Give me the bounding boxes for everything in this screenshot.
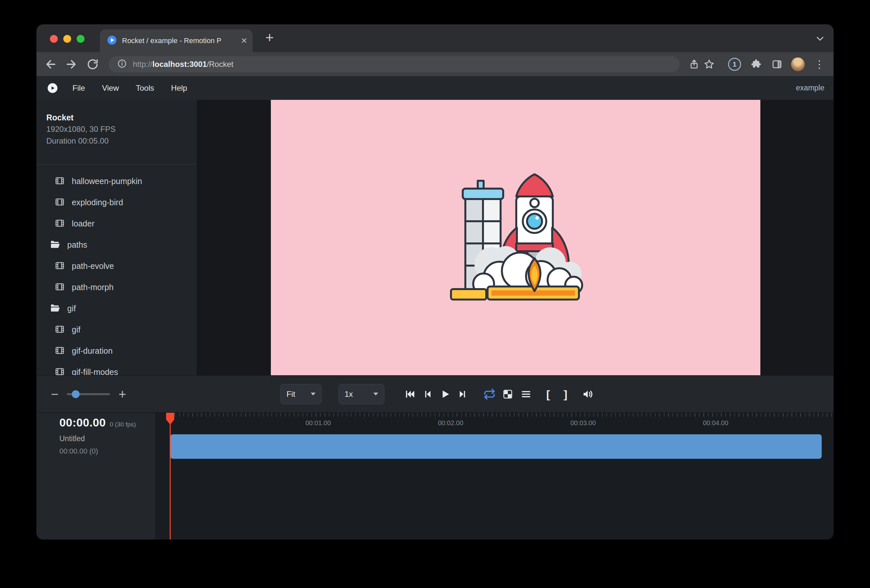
film-icon <box>55 282 65 293</box>
sidebar-folder-gif[interactable]: gif <box>37 298 197 319</box>
zoom-in-button[interactable]: + <box>118 388 126 401</box>
zoom-out-button[interactable]: − <box>51 388 58 401</box>
loop-toggle-button[interactable] <box>483 388 496 401</box>
url-text: http://localhost:3001/Rocket <box>133 60 233 69</box>
play-button[interactable] <box>439 388 451 401</box>
new-tab-button[interactable]: + <box>262 30 277 45</box>
preview-canvas <box>271 100 760 375</box>
timeline-info-panel: 00:00.00 0 (30 fps) Untitled 00:00.00 (0… <box>37 413 155 539</box>
composition-duration: Duration 00:05.00 <box>46 135 116 147</box>
film-icon <box>55 345 65 357</box>
ruler-label: 00:03.00 <box>571 419 596 427</box>
navigation-toolbar: http://localhost:3001/Rocket 1 ⋮ <box>37 52 833 76</box>
zoom-slider-knob[interactable] <box>72 390 80 398</box>
film-icon <box>55 367 65 375</box>
menu-help[interactable]: Help <box>171 83 187 93</box>
track-name: Untitled <box>60 434 155 443</box>
in-point-button[interactable]: [ <box>546 389 550 400</box>
project-name-label: example <box>796 83 824 92</box>
timeline-track-bar[interactable] <box>170 434 822 459</box>
composition-specs: 1920x1080, 30 FPS <box>46 124 116 135</box>
site-info-icon[interactable] <box>117 59 127 70</box>
film-icon <box>55 197 65 208</box>
sidebar-item-exploding-bird[interactable]: exploding-bird <box>37 192 197 213</box>
playback-controls: − + Fit 1x <box>37 375 833 413</box>
film-icon <box>55 261 65 272</box>
playhead-handle[interactable] <box>166 413 174 424</box>
tab-close-icon[interactable]: ✕ <box>241 37 247 45</box>
compositions-sidebar: Rocket 1920x1080, 30 FPS Duration 00:05.… <box>37 100 197 375</box>
jump-to-start-button[interactable] <box>403 388 416 401</box>
film-icon <box>55 325 65 335</box>
window-controls <box>50 35 85 43</box>
sidebar-item-path-evolve[interactable]: path-evolve <box>37 256 197 277</box>
volume-button[interactable] <box>581 388 594 401</box>
chevron-down-icon <box>373 393 378 396</box>
sidebar-item-gif-fill-modes[interactable]: gif-fill-modes <box>37 362 197 375</box>
playhead-line[interactable] <box>170 413 171 539</box>
extensions-puzzle-icon[interactable] <box>749 57 763 71</box>
film-icon <box>55 218 65 229</box>
folder-open-icon <box>50 303 60 314</box>
next-frame-button[interactable] <box>456 388 469 401</box>
composition-list: halloween-pumpkin exploding-bird loader … <box>37 171 197 375</box>
size-select[interactable]: Fit <box>280 384 322 404</box>
ruler-label: 00:02.00 <box>438 419 463 427</box>
browser-window: Rocket / example - Remotion P ✕ + http:/… <box>37 24 833 539</box>
forward-button[interactable] <box>65 57 78 71</box>
previous-frame-button[interactable] <box>421 388 434 401</box>
ruler-label: 00:01.00 <box>305 419 331 427</box>
sidebar-item-gif[interactable]: gif <box>37 319 197 340</box>
menu-file[interactable]: File <box>73 83 85 93</box>
tab-strip: Rocket / example - Remotion P ✕ + <box>37 24 833 52</box>
current-timecode: 00:00.00 <box>60 416 106 429</box>
remotion-logo-icon[interactable] <box>48 83 57 93</box>
timeline-zoom-controls: − + <box>51 375 126 412</box>
share-button[interactable] <box>687 57 701 71</box>
timeline-tracks[interactable]: 00:01.00 00:02.00 00:03.00 00:04.00 <box>155 413 833 539</box>
reload-button[interactable] <box>86 57 100 71</box>
bookmark-star-icon[interactable] <box>702 57 716 71</box>
timeline-rows-button[interactable] <box>520 388 533 401</box>
remotion-menubar: File View Tools Help example <box>37 76 833 100</box>
back-button[interactable] <box>44 57 57 71</box>
sidebar-item-gif-duration[interactable]: gif-duration <box>37 340 197 362</box>
sidebar-item-loader[interactable]: loader <box>37 213 197 234</box>
current-frame-label: 0 (30 fps) <box>110 421 136 428</box>
profile-avatar[interactable] <box>791 57 805 71</box>
sidebar-item-path-morph[interactable]: path-morph <box>37 277 197 298</box>
composition-info: Rocket 1920x1080, 30 FPS Duration 00:05.… <box>46 112 116 147</box>
composition-name: Rocket <box>46 112 116 124</box>
tab-title: Rocket / example - Remotion P <box>122 37 235 45</box>
tab-search-chevron-icon[interactable] <box>815 34 825 45</box>
side-panel-icon[interactable] <box>770 57 784 71</box>
rocket-illustration <box>271 100 760 375</box>
menu-view[interactable]: View <box>102 83 119 93</box>
main-area: Rocket 1920x1080, 30 FPS Duration 00:05.… <box>37 100 833 375</box>
preview-area <box>197 100 833 375</box>
out-point-button[interactable]: ] <box>563 389 567 400</box>
film-icon <box>55 176 65 187</box>
minimize-window-button[interactable] <box>63 35 71 43</box>
chevron-down-icon <box>311 393 316 396</box>
browser-tab[interactable]: Rocket / example - Remotion P ✕ <box>100 29 253 52</box>
playback-rate-select[interactable]: 1x <box>338 384 384 404</box>
close-window-button[interactable] <box>50 35 58 43</box>
remotion-favicon-icon <box>107 35 117 46</box>
folder-open-icon <box>50 239 60 251</box>
menu-tools[interactable]: Tools <box>136 83 154 93</box>
zoom-slider[interactable] <box>67 390 110 398</box>
zoom-window-button[interactable] <box>77 35 85 43</box>
password-extension-icon[interactable]: 1 <box>728 57 742 71</box>
timeline-ruler-ticks <box>170 413 833 417</box>
browser-menu-icon[interactable]: ⋮ <box>813 57 826 71</box>
timeline: 00:00.00 0 (30 fps) Untitled 00:00.00 (0… <box>37 413 833 539</box>
ruler-label: 00:04.00 <box>703 419 728 427</box>
transparency-checkerboard-button[interactable] <box>501 388 514 401</box>
address-bar[interactable]: http://localhost:3001/Rocket <box>109 56 680 73</box>
sidebar-item-halloween-pumpkin[interactable]: halloween-pumpkin <box>37 171 197 192</box>
sidebar-folder-paths[interactable]: paths <box>37 234 197 256</box>
track-meta: 00:00.00 (0) <box>60 447 155 456</box>
